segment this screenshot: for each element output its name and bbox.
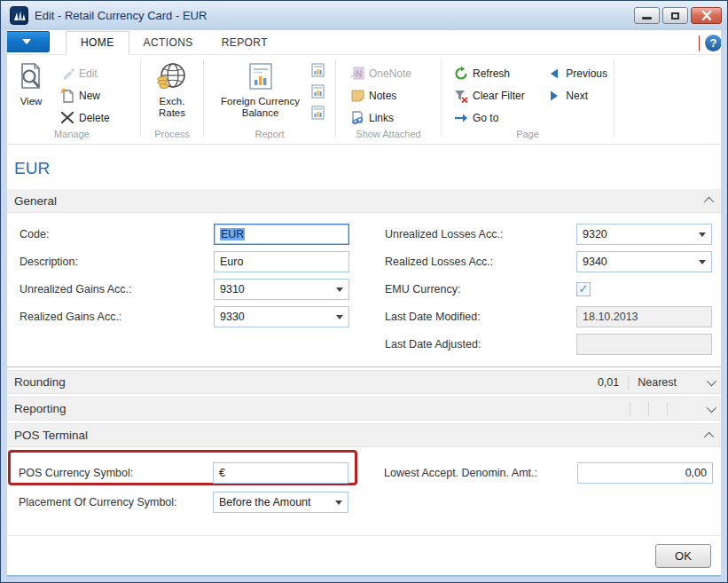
- application-menu-button[interactable]: [4, 31, 50, 52]
- section-pos-terminal-header[interactable]: POS Terminal: [4, 423, 724, 447]
- view-button[interactable]: View: [6, 59, 56, 129]
- group-label-page: Page: [444, 129, 611, 144]
- realized-gains-input[interactable]: 9330: [214, 306, 349, 327]
- help-icon: ?: [710, 36, 717, 50]
- links-button[interactable]: Links: [346, 106, 415, 129]
- collapse-chevron-icon[interactable]: [704, 431, 714, 441]
- mini-report-icon[interactable]: [311, 106, 325, 120]
- section-general-header[interactable]: General: [5, 189, 723, 213]
- report-chart-icon: [247, 61, 275, 93]
- new-page-icon: [59, 89, 75, 103]
- unrealized-gains-label: Unrealized Gains Acc.:: [20, 283, 131, 295]
- description-input[interactable]: Euro: [214, 251, 349, 272]
- emu-currency-label: EMU Currency:: [385, 283, 460, 295]
- unrealized-losses-label: Unrealized Losses Acc.:: [385, 228, 503, 240]
- dropdown-arrow-icon[interactable]: [699, 232, 706, 237]
- onenote-icon: N: [349, 67, 365, 81]
- description-label: Description:: [20, 256, 78, 268]
- field-row-pos-currency-symbol: POS Currency Symbol: €: [19, 458, 348, 487]
- ok-button[interactable]: OK: [655, 544, 711, 568]
- ribbon-tab-row: HOME ACTIONS REPORT ?: [1, 30, 727, 55]
- check-icon: ✓: [579, 282, 589, 295]
- title-bar: Edit - Retail Currency Card - EUR: [1, 1, 727, 30]
- divider: [667, 402, 668, 416]
- realized-gains-label: Realized Gains Acc.:: [20, 311, 121, 323]
- last-date-modified-label: Last Date Modified:: [385, 311, 481, 323]
- maximize-icon: [671, 12, 679, 20]
- minimize-icon: [642, 17, 652, 20]
- section-reporting-header[interactable]: Reporting: [4, 397, 724, 421]
- edit-pencil-icon: [59, 67, 75, 81]
- refresh-button[interactable]: Refresh: [450, 62, 543, 84]
- go-to-button[interactable]: Go to: [450, 106, 543, 129]
- collapse-chevron-icon[interactable]: [704, 197, 714, 207]
- notes-button[interactable]: Notes: [346, 84, 415, 106]
- window-frame-right: [721, 30, 727, 582]
- expand-chevron-icon[interactable]: [707, 375, 716, 385]
- dropdown-arrow-icon[interactable]: [699, 260, 706, 264]
- dropdown-arrow-icon[interactable]: [335, 500, 342, 505]
- section-general: General Code: EUR Description:: [4, 189, 724, 367]
- previous-button[interactable]: Previous: [543, 62, 611, 84]
- divider: [140, 60, 141, 137]
- field-row-realized-losses: Realized Losses Acc.: 9340: [385, 248, 712, 275]
- window-frame-bottom: [1, 576, 727, 582]
- dropdown-arrow-icon[interactable]: [336, 315, 343, 319]
- foreign-currency-balance-button[interactable]: Foreign Currency Balance: [212, 59, 309, 129]
- exch-rates-button[interactable]: Exch. Rates: [144, 59, 200, 129]
- last-date-adjusted-value: [576, 334, 712, 355]
- unrealized-gains-input[interactable]: 9310: [214, 279, 349, 300]
- minimize-button[interactable]: [634, 7, 660, 24]
- pos-currency-symbol-label: POS Currency Symbol:: [19, 467, 133, 479]
- help-button[interactable]: ?: [705, 35, 722, 51]
- realized-losses-input[interactable]: 9340: [576, 251, 712, 272]
- dropdown-arrow-icon[interactable]: [336, 288, 343, 292]
- view-icon: [17, 61, 45, 93]
- close-button[interactable]: [691, 7, 722, 24]
- lowest-accept-input[interactable]: 0,00: [577, 462, 713, 484]
- divider: [203, 60, 204, 137]
- field-row-lowest-accept: Lowest Accept. Denomin. Amt.: 0,00: [384, 458, 713, 487]
- tab-home[interactable]: HOME: [66, 31, 129, 55]
- next-button[interactable]: Next: [543, 84, 611, 106]
- placement-select[interactable]: Before the Amount: [213, 492, 348, 513]
- refresh-icon: [453, 67, 469, 81]
- lowest-accept-label: Lowest Accept. Denomin. Amt.:: [384, 467, 537, 479]
- tab-actions[interactable]: ACTIONS: [129, 32, 207, 54]
- expand-chevron-icon[interactable]: [707, 402, 716, 412]
- field-row-realized-gains: Realized Gains Acc.: 9330: [20, 303, 349, 330]
- last-date-adjusted-label: Last Date Adjusted:: [385, 338, 481, 351]
- unrealized-losses-input[interactable]: 9320: [576, 224, 712, 245]
- app-window: Edit - Retail Currency Card - EUR HOME A…: [0, 0, 728, 583]
- code-input[interactable]: EUR: [214, 224, 349, 245]
- window-frame-left: [1, 30, 7, 582]
- emu-currency-checkbox[interactable]: ✓: [576, 282, 591, 296]
- section-reporting: Reporting: [4, 397, 724, 421]
- mini-report-icon[interactable]: [311, 63, 325, 77]
- ribbon: View Edit: [1, 55, 727, 145]
- delete-button[interactable]: Delete: [56, 106, 114, 129]
- divider: [699, 35, 700, 51]
- pos-currency-symbol-input[interactable]: €: [213, 462, 348, 484]
- section-rounding-header[interactable]: Rounding 0,01 Nearest: [4, 370, 724, 394]
- last-date-modified-value: 18.10.2013: [576, 306, 712, 327]
- field-row-unrealized-gains: Unrealized Gains Acc.: 9310: [20, 275, 349, 303]
- group-label-process: Process: [144, 129, 200, 144]
- divider: [628, 375, 629, 390]
- code-label: Code:: [20, 228, 49, 240]
- tab-report[interactable]: REPORT: [207, 32, 282, 54]
- field-row-last-date-adjusted: Last Date Adjusted:: [385, 330, 712, 358]
- maximize-button[interactable]: [662, 7, 688, 24]
- previous-icon: [546, 67, 562, 81]
- footer-bar: OK: [1, 535, 727, 575]
- mini-report-icon[interactable]: [311, 84, 325, 98]
- clear-filter-button[interactable]: Clear Filter: [450, 84, 543, 106]
- divider: [648, 402, 649, 416]
- rounding-method-summary: Nearest: [638, 376, 677, 389]
- chevron-down-icon: [22, 39, 31, 44]
- group-label-manage: Manage: [6, 129, 137, 144]
- svg-text:N: N: [356, 69, 362, 79]
- window-title: Edit - Retail Currency Card - EUR: [35, 9, 631, 22]
- divider: [335, 60, 336, 137]
- new-button[interactable]: New: [56, 84, 114, 106]
